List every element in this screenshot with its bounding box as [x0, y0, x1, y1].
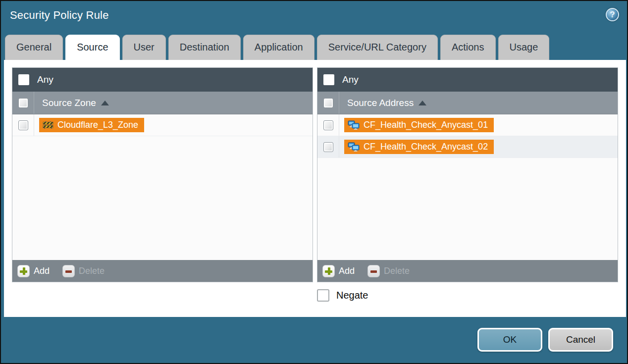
zone-object-pill[interactable]: Cloudflare_L3_Zone: [39, 118, 144, 132]
tab-usage[interactable]: Usage: [498, 35, 550, 60]
source-address-actionbar: Add Delete: [317, 260, 618, 282]
source-zone-any-checkbox[interactable]: [18, 74, 29, 85]
tab-user[interactable]: User: [122, 35, 166, 60]
source-address-panel: Any Source Address: [317, 67, 618, 282]
negate-row: Negate: [317, 289, 618, 302]
address-icon: [348, 142, 360, 152]
tab-source[interactable]: Source: [65, 35, 119, 60]
address-icon: [348, 120, 360, 130]
delete-button-label: Delete: [79, 266, 105, 276]
source-address-column-title[interactable]: Source Address: [347, 98, 414, 108]
tab-application[interactable]: Application: [243, 35, 314, 60]
source-address-any-checkbox[interactable]: [323, 74, 334, 85]
plus-icon: [17, 265, 30, 277]
source-address-any-header: Any: [317, 68, 618, 92]
dialog-footer: OK Cancel: [477, 328, 613, 352]
add-button-label: Add: [34, 266, 50, 276]
source-tab-content: Any Source Zone: [4, 60, 626, 317]
plus-icon: [322, 265, 335, 277]
tab-bar: General Source User Destination Applicat…: [1, 32, 627, 60]
source-address-rows: CF_Health_Check_Anycast_01: [317, 114, 618, 260]
add-address-button[interactable]: Add: [322, 265, 355, 277]
security-policy-rule-dialog: Security Policy Rule ? General Source Us…: [0, 0, 628, 364]
source-address-select-all-cell: [317, 92, 339, 114]
row-checkbox[interactable]: [18, 120, 28, 130]
source-zone-select-all-checkbox[interactable]: [18, 98, 28, 108]
address-object-pill[interactable]: CF_Health_Check_Anycast_02: [344, 140, 494, 154]
address-object-label: CF_Health_Check_Anycast_01: [364, 120, 488, 130]
source-address-column-header: Source Address: [317, 92, 618, 114]
negate-label: Negate: [336, 290, 368, 301]
zone-object-label: Cloudflare_L3_Zone: [57, 120, 138, 130]
delete-address-button[interactable]: Delete: [367, 265, 410, 277]
source-zone-column-header: Source Zone: [12, 92, 313, 114]
table-row[interactable]: CF_Health_Check_Anycast_01: [317, 114, 618, 136]
tab-general[interactable]: General: [5, 35, 63, 60]
help-icon[interactable]: ?: [606, 8, 619, 21]
dialog-title: Security Policy Rule: [10, 9, 618, 22]
source-zone-rows: Cloudflare_L3_Zone: [12, 114, 313, 260]
ok-button[interactable]: OK: [477, 328, 542, 352]
source-zone-panel: Any Source Zone: [12, 67, 313, 282]
tab-service-url-category[interactable]: Service/URL Category: [317, 35, 438, 60]
delete-button-label: Delete: [384, 266, 410, 276]
row-checkbox-cell: [12, 114, 34, 136]
source-zone-select-all-cell: [12, 92, 34, 114]
minus-icon: [367, 265, 380, 277]
source-panels: Any Source Zone: [12, 67, 618, 282]
negate-checkbox[interactable]: [317, 289, 329, 302]
delete-zone-button[interactable]: Delete: [62, 265, 105, 277]
address-object-pill[interactable]: CF_Health_Check_Anycast_01: [344, 118, 494, 132]
source-address-any-label: Any: [342, 74, 359, 85]
source-zone-column-title[interactable]: Source Zone: [42, 98, 96, 108]
zone-icon: [43, 121, 53, 129]
sort-ascending-icon[interactable]: [101, 101, 109, 105]
row-checkbox[interactable]: [323, 142, 333, 152]
cancel-button[interactable]: Cancel: [548, 328, 613, 352]
source-zone-any-header: Any: [12, 68, 313, 92]
address-object-label: CF_Health_Check_Anycast_02: [364, 142, 488, 152]
row-checkbox-cell: [317, 114, 339, 136]
table-row[interactable]: Cloudflare_L3_Zone: [12, 114, 313, 136]
table-row[interactable]: CF_Health_Check_Anycast_02: [317, 136, 618, 158]
tab-destination[interactable]: Destination: [168, 35, 241, 60]
sort-ascending-icon[interactable]: [419, 101, 426, 105]
tab-actions[interactable]: Actions: [440, 35, 496, 60]
row-checkbox-cell: [317, 136, 339, 157]
minus-icon: [62, 265, 75, 277]
source-address-select-all-checkbox[interactable]: [323, 98, 333, 108]
source-zone-any-label: Any: [37, 74, 53, 85]
dialog-titlebar: Security Policy Rule ?: [1, 1, 627, 32]
source-zone-actionbar: Add Delete: [12, 260, 313, 282]
add-button-label: Add: [339, 266, 355, 276]
add-zone-button[interactable]: Add: [17, 265, 50, 277]
row-checkbox[interactable]: [323, 120, 333, 130]
